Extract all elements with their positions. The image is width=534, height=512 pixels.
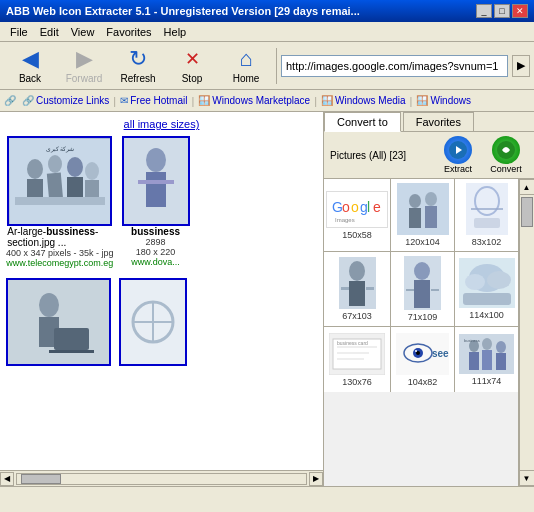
business-meeting-svg: شركة كبرى bbox=[10, 139, 110, 224]
icon-item-4[interactable]: 71x109 bbox=[391, 252, 454, 326]
home-icon: ⌂ bbox=[234, 47, 258, 71]
maximize-button[interactable]: □ bbox=[494, 4, 510, 18]
link-marketplace[interactable]: 🪟 Windows Marketplace bbox=[198, 95, 310, 106]
icon-item-8[interactable]: business 111x74 bbox=[455, 327, 518, 392]
result-2-title: bussiness bbox=[131, 226, 180, 237]
business-svg-2 bbox=[124, 138, 188, 224]
close-button[interactable]: ✕ bbox=[512, 4, 528, 18]
scroll-left-btn[interactable]: ◀ bbox=[0, 472, 14, 486]
scroll-up-btn[interactable]: ▲ bbox=[519, 179, 535, 195]
scroll-down-btn[interactable]: ▼ bbox=[519, 470, 535, 486]
menu-file[interactable]: File bbox=[4, 25, 34, 39]
panel-tabs: Convert to Favorites bbox=[324, 112, 534, 132]
icon-label-8: 111x74 bbox=[472, 376, 502, 386]
marketplace-icon: 🪟 bbox=[198, 95, 210, 106]
tab-favorites[interactable]: Favorites bbox=[403, 112, 474, 131]
result-image-1: شركة كبرى bbox=[7, 136, 112, 226]
icon-preview-6: business card bbox=[329, 333, 385, 375]
customize-icon: 🔗 bbox=[22, 95, 34, 106]
browser-panel: all image sizes) bbox=[0, 112, 324, 486]
menu-favorites[interactable]: Favorites bbox=[100, 25, 157, 39]
extract-label: Extract bbox=[444, 164, 472, 174]
result-item-2[interactable]: bussiness 2898 180 x 220 www.dova... bbox=[122, 136, 190, 268]
icon-label-4: 71x109 bbox=[408, 312, 438, 322]
h-scrollbar: ◀ ▶ bbox=[0, 470, 323, 486]
stop-label: Stop bbox=[182, 73, 203, 84]
extract-button[interactable]: Extract bbox=[436, 136, 480, 174]
refresh-button[interactable]: ↻ Refresh bbox=[112, 44, 164, 88]
panel-actions: Extract Convert bbox=[436, 136, 528, 174]
toolbar: ◀ Back ▶ Forward ↻ Refresh ✕ Stop ⌂ Home… bbox=[0, 42, 534, 90]
menu-edit[interactable]: Edit bbox=[34, 25, 65, 39]
icon-item-1[interactable]: 120x104 bbox=[391, 179, 454, 251]
icon-item-5[interactable]: 114x100 bbox=[455, 252, 518, 326]
result-2-url: www.dova... bbox=[131, 257, 180, 267]
convert-button[interactable]: Convert bbox=[484, 136, 528, 174]
home-button[interactable]: ⌂ Home bbox=[220, 44, 272, 88]
back-button[interactable]: ◀ Back bbox=[4, 44, 56, 88]
result-item-1[interactable]: شركة كبرى Ar-large-bussiness-section.jpg… bbox=[6, 136, 114, 268]
v-scroll-track bbox=[519, 195, 535, 470]
svg-rect-73 bbox=[469, 352, 479, 370]
result-item-3[interactable] bbox=[6, 278, 111, 366]
extract-icon bbox=[444, 136, 472, 164]
svg-point-38 bbox=[425, 192, 437, 206]
hotmail-icon: ✉ bbox=[120, 95, 128, 106]
result-item-4[interactable] bbox=[119, 278, 187, 366]
icon-preview-3 bbox=[339, 257, 376, 309]
search-link[interactable]: all image sizes) bbox=[6, 118, 317, 130]
icon-item-0[interactable]: G o o g l e Images 150x58 bbox=[324, 179, 390, 251]
icon-item-7[interactable]: see 104x82 bbox=[391, 327, 454, 392]
tab-convert-to[interactable]: Convert to bbox=[324, 112, 401, 132]
title-bar-buttons: _ □ ✕ bbox=[476, 4, 528, 18]
refresh-label: Refresh bbox=[120, 73, 155, 84]
icons-grid-wrapper: G o o g l e Images 150x58 bbox=[324, 179, 518, 486]
browser-content: all image sizes) bbox=[0, 112, 323, 470]
h-scroll-thumb[interactable] bbox=[21, 474, 61, 484]
svg-text:business card: business card bbox=[337, 340, 368, 346]
svg-point-16 bbox=[39, 293, 59, 317]
link-hotmail[interactable]: ✉ Free Hotmail bbox=[120, 95, 187, 106]
abstract-svg bbox=[121, 280, 185, 364]
address-go-button[interactable]: ▶ bbox=[512, 55, 530, 77]
menu-view[interactable]: View bbox=[65, 25, 101, 39]
right-panel: Convert to Favorites Pictures (All) [23]… bbox=[324, 112, 534, 486]
h-scroll-track bbox=[16, 473, 307, 485]
result-row-2 bbox=[6, 278, 317, 366]
stop-button[interactable]: ✕ Stop bbox=[166, 44, 218, 88]
v-scroll-thumb[interactable] bbox=[521, 197, 533, 227]
icon-item-3[interactable]: 67x103 bbox=[324, 252, 390, 326]
forward-button[interactable]: ▶ Forward bbox=[58, 44, 110, 88]
svg-point-7 bbox=[85, 162, 99, 180]
svg-rect-48 bbox=[366, 287, 374, 290]
minimize-button[interactable]: _ bbox=[476, 4, 492, 18]
svg-text:Images: Images bbox=[335, 217, 355, 223]
svg-point-57 bbox=[487, 271, 511, 289]
link-customize[interactable]: 🔗 Customize Links bbox=[22, 95, 109, 106]
address-input[interactable] bbox=[281, 55, 508, 77]
svg-text:شركة كبرى: شركة كبرى bbox=[45, 146, 74, 153]
icon-item-6[interactable]: business card 130x76 bbox=[324, 327, 390, 392]
result-2-dims: 180 x 220 bbox=[136, 247, 176, 257]
svg-point-5 bbox=[67, 157, 83, 177]
forward-label: Forward bbox=[66, 73, 103, 84]
person-laptop-svg bbox=[9, 280, 109, 364]
back-label: Back bbox=[19, 73, 41, 84]
svg-rect-77 bbox=[496, 353, 506, 370]
icons-grid: G o o g l e Images 150x58 bbox=[324, 179, 518, 392]
svg-text:l: l bbox=[367, 199, 370, 215]
menu-help[interactable]: Help bbox=[158, 25, 193, 39]
links-label: 🔗 bbox=[4, 95, 16, 106]
convert-icon bbox=[492, 136, 520, 164]
link-media[interactable]: 🪟 Windows Media bbox=[321, 95, 406, 106]
icon-preview-1 bbox=[397, 183, 449, 235]
svg-rect-43 bbox=[474, 218, 500, 228]
icon-item-2[interactable]: 83x102 bbox=[455, 179, 518, 251]
scroll-right-btn[interactable]: ▶ bbox=[309, 472, 323, 486]
svg-point-56 bbox=[465, 274, 485, 290]
svg-point-12 bbox=[146, 148, 166, 172]
link-windows[interactable]: 🪟 Windows bbox=[416, 95, 471, 106]
result-image-2 bbox=[122, 136, 190, 226]
convert-label: Convert bbox=[490, 164, 522, 174]
window-title: ABB Web Icon Extracter 5.1 - Unregistere… bbox=[6, 5, 360, 17]
